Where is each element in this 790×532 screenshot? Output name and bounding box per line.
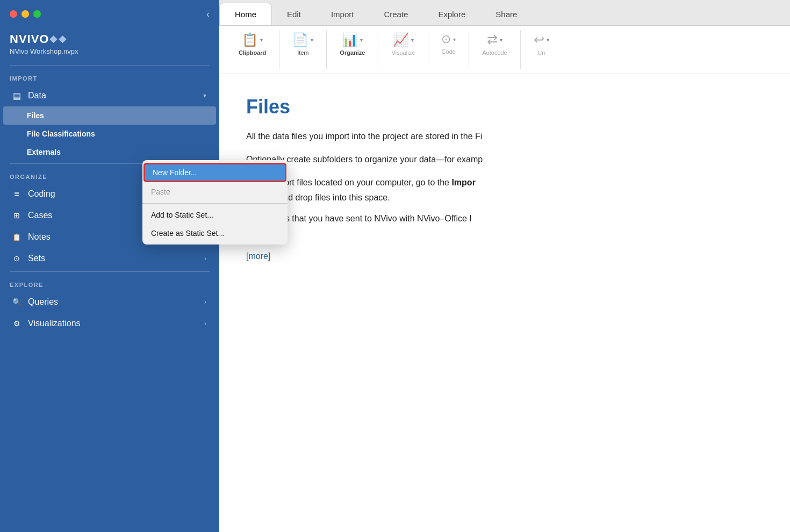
content-bullet-2: For files that you have sent to NVivo wi… [259, 211, 763, 240]
content-paragraph-2: Optionally create subfolders to organize… [246, 152, 763, 167]
main-area: Home Edit Import Create Explore Share 📋 … [219, 0, 790, 532]
context-menu-item-paste: Paste [142, 183, 288, 201]
content-title: Files [246, 96, 763, 118]
autocode-label: Autocode [482, 49, 507, 56]
tab-import[interactable]: Import [316, 3, 369, 25]
minimize-button[interactable] [21, 10, 29, 18]
content-body: All the data files you import into the p… [246, 129, 763, 263]
dropdown-arrow-2: ▾ [311, 37, 313, 43]
cases-icon: ⊞ [11, 210, 23, 221]
autocode-button[interactable]: ⇄ ▾ Autocode [478, 30, 511, 58]
ribbon-group-un: ↩ ▾ Un [521, 30, 562, 69]
visualize-button[interactable]: 📈 ▾ Visualize [387, 30, 419, 58]
dropdown-arrow: ▾ [260, 37, 263, 43]
content-paragraph-1: All the data files you import into the p… [246, 129, 763, 143]
code-label: Code [442, 48, 456, 55]
chevron-right-icon-4: › [204, 255, 206, 262]
context-menu-item-new-folder[interactable]: New Folder... [144, 163, 286, 182]
organize-label: Organize [340, 49, 365, 56]
sidebar-item-file-classifications[interactable]: File Classifications [3, 125, 216, 143]
clipboard-label: Clipboard [239, 49, 266, 56]
dropdown-arrow-3: ▾ [360, 37, 363, 43]
clipboard-icon: 📋 [242, 32, 258, 47]
ribbon: 📋 ▾ Clipboard 📄 ▾ Item 📊 ▾ [219, 26, 790, 74]
organize-button[interactable]: 📊 ▾ Organize [335, 30, 369, 58]
context-menu-item-add-to-static-set[interactable]: Add to Static Set... [142, 206, 288, 224]
queries-icon: 🔍 [11, 296, 23, 308]
sidebar-item-visualizations[interactable]: ⚙ Visualizations › [3, 313, 216, 334]
organize-icon: 📊 [342, 32, 358, 47]
project-name: NVivo Workshop.nvpx [10, 47, 210, 55]
sidebar-item-data[interactable]: ▤ Data ▾ [3, 85, 216, 106]
content-bullets: To import files located on your computer… [246, 175, 763, 240]
chevron-right-icon-6: › [204, 320, 206, 327]
un-button[interactable]: ↩ ▾ Un [529, 30, 554, 58]
context-menu: New Folder... Paste Add to Static Set...… [142, 160, 288, 245]
content-area: Files All the data files you import into… [219, 74, 790, 532]
ribbon-group-organize: 📊 ▾ Organize [327, 30, 378, 69]
clipboard-button[interactable]: 📋 ▾ Clipboard [234, 30, 270, 58]
sidebar: ‹ NVIVO❖❖ NVivo Workshop.nvpx IMPORT ▤ D… [0, 0, 219, 532]
sidebar-item-queries[interactable]: 🔍 Queries › [3, 291, 216, 313]
tab-share[interactable]: Share [480, 3, 532, 25]
titlebar: ‹ [0, 0, 219, 28]
ribbon-group-code: ⊙ ▾ Code [428, 30, 469, 69]
tab-home[interactable]: Home [219, 3, 272, 25]
maximize-button[interactable] [33, 10, 41, 18]
dropdown-arrow-7: ▾ [547, 37, 549, 43]
logo-area: NVIVO❖❖ NVivo Workshop.nvpx [0, 28, 219, 63]
chevron-right-icon-5: › [204, 298, 206, 306]
item-label: Item [297, 49, 308, 56]
visualize-label: Visualize [391, 49, 415, 56]
tab-bar: Home Edit Import Create Explore Share [219, 0, 790, 26]
section-label-explore: EXPLORE [0, 274, 219, 291]
un-icon: ↩ [534, 32, 544, 47]
ribbon-group-visualize: 📈 ▾ Visualize [378, 30, 428, 69]
sets-icon: ⊙ [11, 253, 23, 264]
data-icon: ▤ [11, 90, 23, 102]
sidebar-item-sets[interactable]: ⊙ Sets › [3, 248, 216, 269]
logo-icon: ❖❖ [49, 34, 67, 46]
dropdown-arrow-4: ▾ [411, 37, 414, 43]
app-logo: NVIVO❖❖ [10, 32, 210, 46]
tab-explore[interactable]: Explore [423, 3, 480, 25]
coding-icon: ≡ [11, 188, 23, 200]
item-button[interactable]: 📄 ▾ Item [288, 30, 318, 58]
divider-3 [10, 271, 210, 272]
code-icon: ⊙ [441, 32, 451, 46]
visualize-icon: 📈 [393, 32, 409, 47]
section-label-import: IMPORT [0, 68, 219, 85]
context-menu-separator [142, 203, 288, 204]
visualizations-icon: ⚙ [11, 318, 23, 329]
ribbon-group-clipboard: 📋 ▾ Clipboard [226, 30, 279, 69]
code-button[interactable]: ⊙ ▾ Code [437, 30, 460, 57]
item-icon: 📄 [292, 32, 308, 47]
close-button[interactable] [10, 10, 17, 18]
sidebar-item-files[interactable]: Files [3, 106, 216, 125]
un-label: Un [537, 49, 545, 56]
chevron-down-icon: ▾ [203, 92, 206, 99]
dropdown-arrow-5: ▾ [453, 37, 456, 42]
traffic-lights [10, 10, 41, 18]
autocode-icon: ⇄ [487, 32, 498, 47]
tab-edit[interactable]: Edit [272, 3, 316, 25]
ribbon-group-autocode: ⇄ ▾ Autocode [469, 30, 520, 69]
divider [10, 65, 210, 66]
content-more-link[interactable]: [more] [246, 249, 763, 263]
context-menu-item-create-as-static-set[interactable]: Create as Static Set... [142, 224, 288, 242]
dropdown-arrow-6: ▾ [500, 37, 502, 43]
collapse-sidebar-button[interactable]: ‹ [206, 9, 210, 20]
content-bullet-1: To import files located on your computer… [259, 175, 763, 204]
ribbon-group-item: 📄 ▾ Item [279, 30, 327, 69]
sidebar-item-externals[interactable]: Externals [3, 143, 216, 161]
notes-icon: 📋 [11, 231, 23, 243]
tab-create[interactable]: Create [369, 3, 423, 25]
